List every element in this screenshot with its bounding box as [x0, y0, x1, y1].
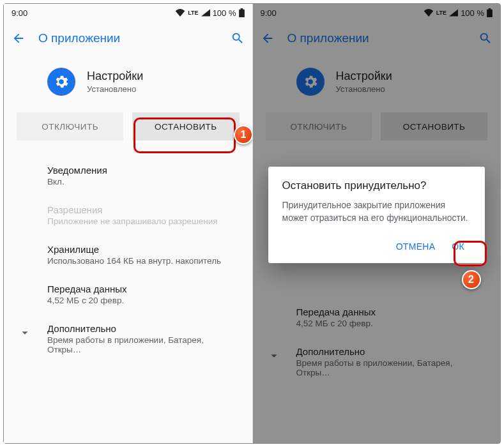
phone-screen-right: 9:00 LTE 100 % О приложении: [252, 4, 501, 443]
dialog-body: Принудительное закрытие приложения может…: [282, 199, 471, 225]
search-icon[interactable]: [231, 31, 245, 45]
section-more[interactable]: Дополнительно Время работы в приложении,…: [4, 314, 252, 363]
gear-icon: [302, 73, 319, 90]
app-bar-title: О приложении: [38, 31, 218, 45]
annotation-badge-1: 1: [234, 125, 252, 144]
force-stop-button[interactable]: ОСТАНОВИТЬ: [381, 112, 487, 140]
dialog-title: Остановить принудительно?: [282, 179, 471, 192]
app-header: Настройки Установлено: [4, 55, 252, 112]
disable-button[interactable]: ОТКЛЮЧИТЬ: [17, 112, 123, 140]
section-title: Передача данных: [296, 307, 485, 317]
chevron-down-icon: [267, 349, 281, 363]
button-row: ОТКЛЮЧИТЬ ОСТАНОВИТЬ: [253, 112, 501, 156]
force-stop-dialog: Остановить принудительно? Принудительное…: [268, 167, 485, 263]
battery-percent: 100 %: [461, 8, 484, 18]
status-indicators: LTE 100 %: [424, 8, 493, 18]
section-notifications[interactable]: Уведомления Вкл.: [4, 156, 252, 195]
section-subtitle: Время работы в приложении, Батарея, Откр…: [296, 358, 485, 377]
disable-button[interactable]: ОТКЛЮЧИТЬ: [266, 112, 372, 140]
section-storage[interactable]: Хранилище Использовано 164 КБ на внутр. …: [4, 235, 252, 275]
app-icon: [47, 68, 75, 96]
ok-button[interactable]: ОК: [445, 236, 471, 257]
section-subtitle: 4,52 МБ с 20 февр.: [296, 319, 485, 328]
app-header: Настройки Установлено: [253, 55, 501, 112]
app-name: Настройки: [336, 70, 392, 83]
app-bar-title: О приложении: [287, 31, 466, 45]
section-subtitle: 4,52 МБ с 20 февр.: [47, 296, 237, 305]
section-title: Передача данных: [47, 284, 237, 294]
section-subtitle: Вкл.: [47, 177, 237, 186]
status-bar: 9:00 LTE 100 %: [253, 4, 501, 22]
dialog-actions: ОТМЕНА ОК: [282, 236, 471, 257]
status-time: 9:00: [261, 8, 277, 18]
section-data[interactable]: Передача данных 4,52 МБ с 20 февр.: [4, 275, 252, 314]
cancel-button[interactable]: ОТМЕНА: [390, 236, 442, 257]
signal-icon: [449, 9, 458, 17]
section-data[interactable]: Передача данных 4,52 МБ с 20 февр.: [253, 298, 501, 337]
network-label: LTE: [436, 10, 447, 16]
battery-icon: [239, 8, 245, 17]
battery-percent: 100 %: [213, 8, 236, 18]
section-title: Разрешения: [47, 204, 237, 215]
status-time: 9:00: [11, 8, 27, 18]
section-more[interactable]: Дополнительно Время работы в приложении,…: [253, 337, 501, 386]
chevron-down-icon: [18, 326, 32, 340]
section-subtitle: Время работы в приложении, Батарея, Откр…: [47, 335, 237, 354]
phone-screen-left: 9:00 LTE 100 % О приложении: [4, 4, 252, 443]
status-indicators: LTE 100 %: [175, 8, 244, 18]
app-bar: О приложении: [4, 22, 252, 55]
app-name: Настройки: [87, 70, 143, 83]
section-title: Хранилище: [47, 244, 237, 255]
button-row: ОТКЛЮЧИТЬ ОСТАНОВИТЬ: [4, 112, 252, 156]
section-subtitle: Приложение не запрашивало разрешения: [47, 216, 237, 226]
battery-icon: [487, 8, 493, 17]
back-arrow-icon[interactable]: [261, 31, 275, 45]
signal-icon: [201, 9, 210, 17]
wifi-icon: [424, 9, 434, 17]
app-icon: [296, 68, 325, 96]
section-subtitle: Использовано 164 КБ на внутр. накопитель: [47, 256, 237, 266]
section-title: Уведомления: [47, 165, 237, 176]
force-stop-button[interactable]: ОСТАНОВИТЬ: [132, 112, 239, 140]
gear-icon: [53, 73, 70, 90]
wifi-icon: [175, 9, 185, 17]
status-bar: 9:00 LTE 100 %: [4, 4, 252, 22]
app-install-status: Установлено: [336, 84, 392, 94]
network-label: LTE: [188, 10, 198, 16]
app-bar: О приложении: [253, 22, 501, 55]
search-icon[interactable]: [478, 31, 493, 45]
back-arrow-icon[interactable]: [11, 31, 26, 45]
app-install-status: Установлено: [87, 84, 143, 94]
section-permissions: Разрешения Приложение не запрашивало раз…: [4, 195, 252, 235]
annotation-badge-2: 2: [462, 270, 481, 289]
section-title: Дополнительно: [296, 346, 485, 357]
section-title: Дополнительно: [47, 323, 237, 334]
